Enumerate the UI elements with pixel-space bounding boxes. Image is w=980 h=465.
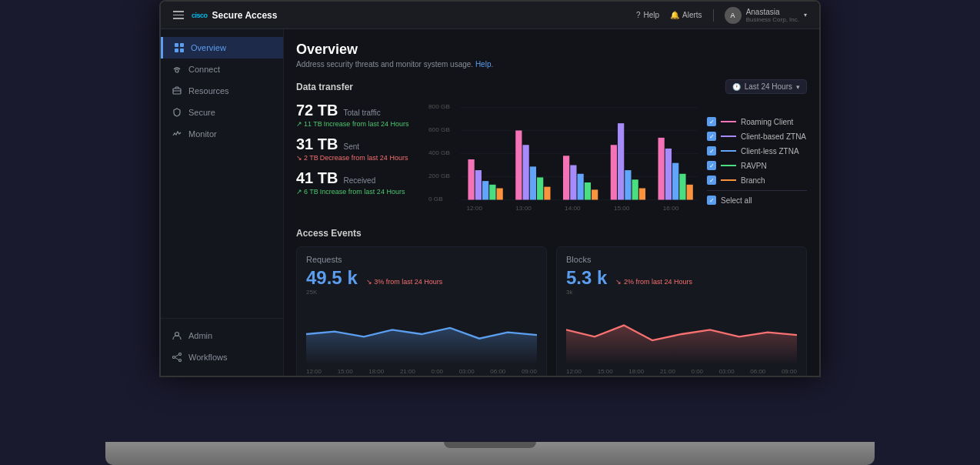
avatar: A — [725, 7, 742, 24]
svg-marker-54 — [566, 326, 797, 365]
svg-rect-42 — [639, 189, 645, 200]
blocks-stats: 5.3 k ↘ 2% from last 24 Hours — [566, 267, 797, 289]
requests-stats: 49.5 k ↘ 3% from last 24 Hours — [306, 267, 537, 289]
user-menu[interactable]: A Anastasia Business Corp, Inc. ▾ — [725, 7, 807, 24]
legend-checkbox-roaming[interactable] — [707, 117, 716, 126]
legend-checkbox-clztna[interactable] — [707, 146, 716, 156]
requests-line-chart — [306, 303, 537, 365]
bar-chart: 800 GB 600 GB 400 GB 200 GB 0 GB — [428, 102, 698, 217]
svg-rect-38 — [611, 145, 617, 199]
legend-ravpn: RAVPN — [707, 161, 807, 170]
legend-checkbox-ravpn[interactable] — [707, 161, 716, 170]
blocks-title: Blocks — [566, 255, 797, 264]
events-grid: Requests 49.5 k ↘ 3% from last 24 Hours … — [296, 246, 807, 376]
received-value: 41 TB — [296, 169, 338, 186]
topbar-right: ? Help 🔔 Alerts A Anastasia Business Cor… — [636, 7, 807, 24]
resources-icon — [172, 85, 182, 96]
sidebar-item-secure[interactable]: Secure — [161, 102, 283, 123]
legend-branch: Branch — [707, 176, 807, 185]
svg-rect-24 — [475, 170, 482, 199]
svg-rect-47 — [687, 185, 693, 200]
sidebar-spacer — [161, 145, 283, 318]
help-button[interactable]: ? Help — [636, 11, 659, 19]
svg-rect-34 — [570, 166, 576, 200]
sidebar-item-workflows[interactable]: Workflows — [161, 346, 283, 368]
svg-rect-32 — [544, 187, 550, 200]
user-details: Anastasia Business Corp, Inc. — [746, 8, 799, 23]
svg-rect-25 — [482, 181, 488, 199]
total-traffic-stat: 72 TB Total traffic ↗ 11 TB Increase fro… — [296, 102, 419, 128]
legend-label-branch: Branch — [741, 176, 765, 185]
sidebar-label-connect: Connect — [188, 65, 220, 74]
secure-icon — [172, 107, 182, 118]
laptop-screen: cisco Secure Access ? Help 🔔 Alerts — [159, 0, 821, 377]
svg-rect-40 — [625, 170, 631, 199]
svg-rect-41 — [632, 179, 638, 199]
svg-text:14:00: 14:00 — [565, 205, 581, 212]
sidebar-label-monitor: Monitor — [188, 129, 217, 139]
received-label: Received — [344, 176, 376, 185]
legend-line-roaming — [721, 121, 736, 122]
legend-line-cbztna — [721, 135, 736, 137]
question-icon: ? — [636, 11, 641, 19]
legend-label-ravpn: RAVPN — [741, 162, 767, 170]
svg-point-9 — [179, 353, 182, 356]
svg-text:400 GB: 400 GB — [428, 150, 450, 157]
blocks-change: ↘ 2% from last 24 Hours — [615, 278, 692, 286]
sidebar-label-secure: Secure — [188, 108, 215, 117]
blocks-line-chart — [566, 303, 797, 365]
svg-text:16:00: 16:00 — [663, 205, 679, 212]
access-events-title: Access Events — [296, 228, 807, 239]
svg-rect-0 — [175, 43, 178, 47]
requests-value: 49.5 k — [306, 267, 358, 288]
laptop-wrapper: cisco Secure Access ? Help 🔔 Alerts — [105, 0, 875, 465]
page-subtitle: Address security threats and monitor sys… — [296, 60, 807, 69]
legend-checkbox-branch[interactable] — [707, 176, 716, 185]
user-company: Business Corp, Inc. — [746, 16, 799, 23]
svg-text:0 GB: 0 GB — [428, 196, 443, 203]
connect-icon — [172, 64, 182, 75]
sidebar-item-admin[interactable]: Admin — [161, 325, 283, 346]
requests-title: Requests — [306, 255, 537, 264]
legend-divider: Select all — [707, 190, 807, 205]
time-filter-button[interactable]: 🕐 Last 24 Hours ▾ — [725, 79, 807, 94]
user-name: Anastasia — [746, 8, 799, 16]
svg-rect-33 — [563, 156, 569, 199]
sidebar-item-overview[interactable]: Overview — [161, 37, 283, 59]
svg-rect-46 — [679, 174, 685, 200]
received-change: ↗ 6 TB Increase from last 24 Hours — [296, 188, 419, 196]
svg-rect-35 — [578, 174, 584, 200]
svg-rect-31 — [537, 177, 543, 199]
sidebar-item-resources[interactable]: Resources — [161, 80, 283, 102]
admin-icon — [172, 330, 182, 341]
svg-rect-37 — [592, 189, 598, 199]
chevron-down-icon: ▾ — [804, 12, 807, 18]
help-link[interactable]: Help. — [475, 60, 493, 69]
legend-label-clztna: Client-less ZTNA — [741, 147, 799, 156]
legend-roaming-client: Roaming Client — [707, 117, 807, 126]
requests-change: ↘ 3% from last 24 Hours — [366, 278, 443, 286]
svg-text:13:00: 13:00 — [515, 205, 532, 212]
clock-icon: 🕐 — [732, 83, 741, 91]
legend-label-selectall: Select all — [721, 196, 752, 205]
workflows-icon — [172, 352, 182, 363]
blocks-time-labels: 12:0015:0018:0021:000:0003:0006:0009:00 — [566, 368, 797, 375]
sidebar-item-connect[interactable]: Connect — [161, 59, 283, 80]
menu-button[interactable] — [173, 11, 184, 19]
legend-checkbox-selectall[interactable] — [707, 196, 716, 205]
brand-name: Secure Access — [212, 10, 278, 21]
legend-checkbox-cbztna[interactable] — [707, 132, 716, 141]
sidebar-item-monitor[interactable]: Monitor — [161, 123, 283, 145]
legend-line-clztna — [721, 150, 736, 152]
svg-line-12 — [175, 358, 179, 360]
alerts-button[interactable]: 🔔 Alerts — [670, 11, 702, 19]
svg-rect-2 — [175, 49, 178, 52]
laptop-base — [105, 442, 875, 465]
topbar: cisco Secure Access ? Help 🔔 Alerts — [161, 2, 819, 29]
svg-text:800 GB: 800 GB — [428, 104, 450, 111]
alerts-label: Alerts — [682, 11, 702, 19]
sidebar-label-resources: Resources — [188, 86, 229, 95]
requests-card: Requests 49.5 k ↘ 3% from last 24 Hours … — [296, 246, 547, 376]
topbar-left: cisco Secure Access — [173, 10, 277, 21]
requests-time-labels: 12:0015:0018:0021:000:0003:0006:0009:00 — [306, 368, 537, 375]
